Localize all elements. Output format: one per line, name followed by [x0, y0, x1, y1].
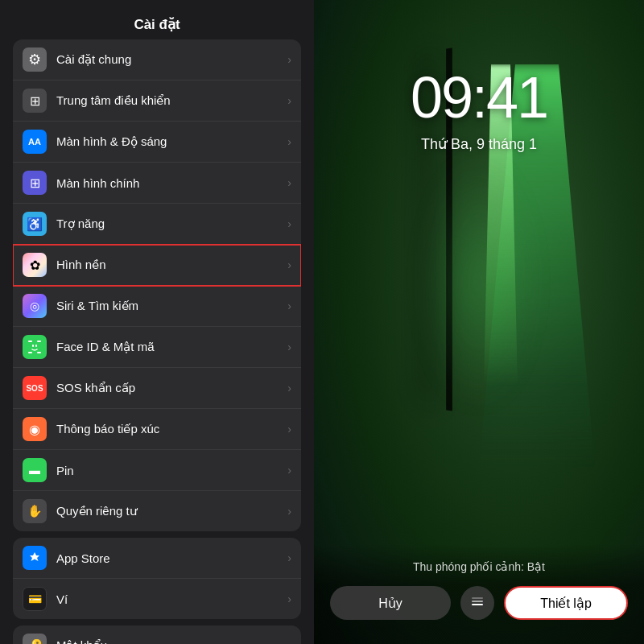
- faceid-svg: [27, 339, 43, 355]
- appstore-icon: [23, 546, 47, 570]
- chevron-icon: ›: [287, 592, 291, 605]
- settings-item-control[interactable]: ⊞ Trung tâm điều khiển ›: [13, 80, 301, 122]
- settings-item-sos[interactable]: SOS SOS khẩn cấp ›: [13, 368, 301, 409]
- svg-rect-0: [28, 341, 32, 342]
- siri-icon: ◎: [23, 294, 47, 318]
- accessibility-icon: ♿: [23, 212, 47, 236]
- privacy-icon: ✋: [23, 499, 47, 523]
- chevron-icon: ›: [287, 258, 291, 271]
- lockscreen-panel: 09:41 Thứ Ba, 9 tháng 1 Thu phóng phối c…: [314, 0, 644, 644]
- perspective-hint: Thu phóng phối cảnh: Bật: [330, 560, 628, 573]
- chevron-icon: ›: [287, 464, 291, 477]
- control-icon: ⊞: [23, 89, 47, 113]
- setup-button[interactable]: Thiết lập: [504, 586, 628, 620]
- settings-item-wallet[interactable]: 💳 Ví ›: [13, 579, 301, 619]
- settings-list: ⚙ Cài đặt chung › ⊞ Trung tâm điều khiển…: [0, 39, 314, 644]
- password-label: Mật khẩu: [56, 638, 287, 644]
- svg-rect-5: [35, 345, 37, 347]
- appstore-label: App Store: [56, 551, 287, 565]
- chevron-icon: ›: [287, 94, 291, 107]
- settings-section-1: ⚙ Cài đặt chung › ⊞ Trung tâm điều khiển…: [13, 39, 301, 531]
- svg-rect-4: [32, 345, 34, 347]
- chevron-icon: ›: [287, 135, 291, 148]
- faceid-icon: [23, 335, 47, 359]
- sos-icon: SOS: [23, 376, 47, 400]
- settings-item-appstore[interactable]: App Store ›: [13, 538, 301, 579]
- battery-icon: ▬: [23, 458, 47, 482]
- general-label: Cài đặt chung: [56, 52, 287, 67]
- contact-icon: ◉: [23, 417, 47, 441]
- cancel-button[interactable]: Hủy: [330, 586, 451, 620]
- battery-label: Pin: [56, 464, 287, 477]
- svg-rect-8: [472, 597, 483, 599]
- chevron-icon: ›: [287, 423, 291, 436]
- settings-section-2: App Store › 💳 Ví ›: [13, 538, 301, 619]
- chevron-icon: ›: [287, 341, 291, 353]
- svg-rect-1: [37, 341, 41, 342]
- svg-rect-6: [472, 601, 483, 602]
- home-icon: ⊞: [23, 171, 47, 195]
- chevron-icon: ›: [287, 53, 291, 66]
- general-icon: ⚙: [23, 47, 47, 72]
- sos-label: SOS khẩn cấp: [56, 381, 287, 395]
- settings-item-general[interactable]: ⚙ Cài đặt chung ›: [13, 39, 301, 80]
- settings-panel: Cài đặt ⚙ Cài đặt chung › ⊞ Trung tâm đi…: [0, 0, 314, 644]
- appstore-svg: [27, 550, 43, 566]
- glow-effect: [430, 161, 526, 402]
- settings-item-accessibility[interactable]: ♿ Trợ năng ›: [13, 204, 301, 245]
- faceid-label: Face ID & Mật mã: [56, 340, 287, 354]
- settings-item-faceid[interactable]: Face ID & Mật mã ›: [13, 327, 301, 368]
- password-icon: 🔑: [23, 634, 47, 644]
- settings-title: Cài đặt: [0, 0, 314, 39]
- wallet-icon: 💳: [23, 587, 47, 611]
- lockscreen-actions: Hủy Thiết lập: [330, 586, 628, 620]
- chevron-icon: ›: [287, 551, 291, 564]
- depth-effect-button[interactable]: [460, 586, 494, 620]
- chevron-icon: ›: [287, 217, 291, 230]
- lockscreen-bottom: Thu phóng phối cảnh: Bật Hủy Thiết lập: [314, 544, 644, 644]
- lockscreen-time: 09:41: [314, 64, 644, 130]
- chevron-icon: ›: [287, 382, 291, 394]
- display-icon: AA: [23, 130, 47, 154]
- settings-item-siri[interactable]: ◎ Siri & Tìm kiếm ›: [13, 286, 301, 327]
- wallpaper-icon: ✿: [23, 253, 47, 277]
- lockscreen-date: Thứ Ba, 9 tháng 1: [314, 135, 644, 153]
- settings-item-contact[interactable]: ◉ Thông báo tiếp xúc ›: [13, 409, 301, 450]
- settings-section-3: 🔑 Mật khẩu ›: [13, 625, 301, 644]
- chevron-icon: ›: [287, 299, 291, 312]
- privacy-label: Quyền riêng tư: [56, 504, 287, 518]
- svg-rect-3: [37, 352, 41, 353]
- settings-item-password[interactable]: 🔑 Mật khẩu ›: [13, 625, 301, 644]
- settings-item-home[interactable]: ⊞ Màn hình chính ›: [13, 163, 301, 204]
- wallet-label: Ví: [56, 592, 287, 606]
- siri-label: Siri & Tìm kiếm: [56, 299, 287, 313]
- accessibility-label: Trợ năng: [56, 217, 287, 231]
- display-label: Màn hình & Độ sáng: [56, 134, 287, 149]
- settings-item-wallpaper[interactable]: ✿ Hình nền ›: [13, 245, 301, 286]
- chevron-icon: ›: [287, 505, 291, 518]
- home-label: Màn hình chính: [56, 176, 287, 190]
- wallpaper-label: Hình nền: [56, 258, 287, 272]
- layers-icon: [469, 595, 485, 611]
- contact-label: Thông báo tiếp xúc: [56, 422, 287, 436]
- settings-item-battery[interactable]: ▬ Pin ›: [13, 450, 301, 491]
- control-label: Trung tâm điều khiển: [56, 93, 287, 108]
- svg-rect-7: [472, 604, 483, 605]
- chevron-icon: ›: [287, 176, 291, 189]
- svg-rect-2: [28, 352, 32, 353]
- chevron-icon: ›: [287, 639, 291, 644]
- settings-item-privacy[interactable]: ✋ Quyền riêng tư ›: [13, 491, 301, 531]
- settings-item-display[interactable]: AA Màn hình & Độ sáng ›: [13, 122, 301, 163]
